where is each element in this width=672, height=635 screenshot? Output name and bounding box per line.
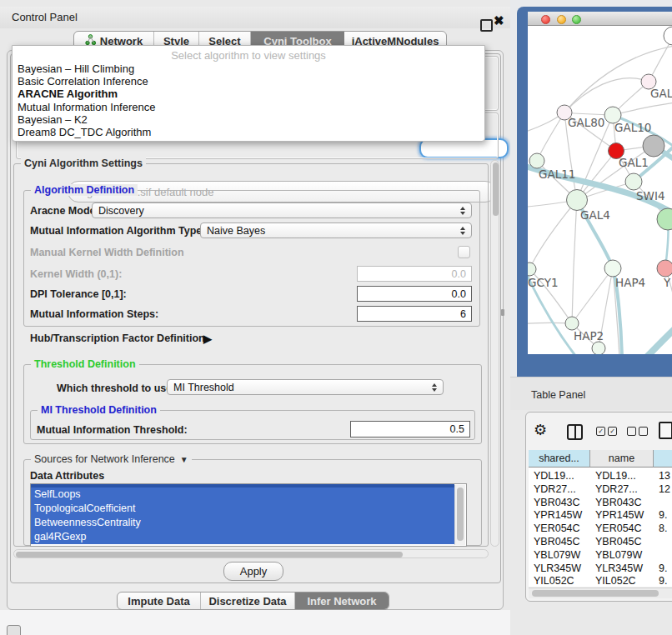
table-cell[interactable]: YBR045C <box>595 536 642 548</box>
table-cell[interactable]: YER054C <box>595 522 642 534</box>
list-item[interactable]: BetweennessCentrality <box>31 516 454 530</box>
table-hscroll-thumb[interactable] <box>532 590 659 597</box>
network-edge[interactable] <box>572 268 613 323</box>
table-cell[interactable]: YPR145W <box>534 509 582 521</box>
tab-impute-data[interactable]: Impute Data <box>118 592 201 609</box>
new-file-icon[interactable] <box>659 422 672 439</box>
network-node-hap2[interactable] <box>565 317 579 330</box>
table-cell[interactable]: YBR043C <box>534 497 580 508</box>
mac-minimize-button[interactable] <box>557 15 566 24</box>
settings-vscroll-thumb[interactable] <box>493 162 499 216</box>
table-cell[interactable]: YIL052C <box>595 575 636 587</box>
network-edge[interactable] <box>529 200 577 269</box>
close-icon[interactable]: ✖ <box>494 13 504 28</box>
table-cell[interactable]: YLR345W <box>534 562 581 574</box>
table-cell[interactable]: 13 <box>659 470 670 482</box>
network-node[interactable] <box>657 208 672 230</box>
dropdown-item[interactable]: Bayesian – K2 <box>18 113 479 126</box>
kernel-width-field[interactable]: 0.0 <box>357 266 472 282</box>
dpi-tolerance-field[interactable]: 0.0 <box>357 286 472 302</box>
mac-zoom-button[interactable] <box>572 15 581 24</box>
collapse-down-icon[interactable]: ▼ <box>180 455 188 464</box>
dock-panel-icon[interactable] <box>7 625 21 635</box>
manual-kernel-checkbox[interactable] <box>458 246 470 258</box>
network-node-gal4[interactable] <box>567 190 588 211</box>
settings-vertical-scrollbar[interactable] <box>490 160 499 547</box>
aracne-mode-combo[interactable]: Discovery <box>92 202 472 218</box>
tab-discretize-data[interactable]: Discretize Data <box>201 592 295 609</box>
table-cell[interactable]: 9. <box>659 562 667 574</box>
table-cell[interactable]: 9. <box>659 509 667 521</box>
dpi-tolerance-value: 0.0 <box>452 288 466 300</box>
table-cell[interactable]: YIL052C <box>534 575 574 587</box>
dropdown-item[interactable]: Bayesian – Hill Climbing <box>18 62 479 75</box>
table-cell[interactable]: 8. <box>659 522 667 534</box>
network-node-gcy1[interactable] <box>528 262 536 276</box>
gear-icon[interactable]: ⚙ <box>534 421 547 439</box>
network-node[interactable] <box>664 27 672 45</box>
apply-button[interactable]: Apply <box>223 562 283 581</box>
dropdown-item[interactable]: Dream8 DC_TDC Algorithm <box>18 126 479 138</box>
table-cell[interactable]: YDR27... <box>595 483 638 495</box>
split-columns-icon[interactable] <box>567 424 583 440</box>
deselect-all-checkboxes-icon[interactable] <box>627 427 648 436</box>
mi-threshold-group-title: MI Threshold Definition <box>38 404 160 416</box>
table-cell[interactable]: YDR27... <box>534 483 576 495</box>
network-node-y[interactable] <box>657 260 672 277</box>
settings-horizontal-scrollbar[interactable] <box>13 549 489 558</box>
table-cell[interactable]: YDL19... <box>534 470 574 482</box>
table-cell[interactable]: 12 <box>659 483 670 495</box>
table-cell[interactable]: YDL19... <box>595 470 636 482</box>
threshold-definition-title: Threshold Definition <box>31 358 139 370</box>
table-horizontal-scrollbar[interactable] <box>529 588 672 598</box>
float-window-icon[interactable] <box>480 19 493 32</box>
table-cell[interactable]: YBR045C <box>534 536 580 548</box>
network-edge[interactable] <box>613 102 672 115</box>
network-node-hap4[interactable] <box>604 260 621 277</box>
select-all-checkboxes-icon[interactable]: ✓✓ <box>596 427 617 436</box>
table-cell[interactable]: YER054C <box>534 522 580 534</box>
network-edge[interactable] <box>572 200 577 323</box>
column-header-shared...[interactable]: shared... <box>529 450 590 468</box>
network-node[interactable] <box>643 135 664 157</box>
mi-threshold-field[interactable]: 0.5 <box>350 421 470 438</box>
column-header-extra[interactable] <box>654 450 672 468</box>
network-graph[interactable]: GALGAL80GAL10GAL1GAL11SWI4GAL4GCY1HAP4YH… <box>528 26 672 354</box>
table-cell[interactable]: YPR145W <box>595 509 644 521</box>
list-item[interactable]: SelfLoops <box>31 488 454 502</box>
settings-hscroll-thumb[interactable] <box>16 552 403 558</box>
table-cell[interactable]: YLR345W <box>595 562 643 574</box>
dropdown-item[interactable]: Basic Correlation Inference <box>18 75 479 88</box>
node-table[interactable]: shared...nameYDL19...YDL19...13YDR27...Y… <box>529 450 672 587</box>
column-header-name[interactable]: name <box>590 450 654 468</box>
algorithm-dropdown[interactable]: Select algorithm to view settings Bayesi… <box>12 45 485 142</box>
network-edge[interactable] <box>537 112 564 161</box>
table-cell[interactable]: YBL079W <box>534 549 580 561</box>
network-edge[interactable] <box>643 326 672 354</box>
tab-infer-network[interactable]: Infer Network <box>295 592 389 609</box>
mi-algorithm-type-combo[interactable]: Naive Bayes <box>200 222 472 238</box>
which-threshold-combo[interactable]: MI Threshold <box>167 379 444 395</box>
tab-label: Discretize Data <box>208 595 286 608</box>
network-node[interactable] <box>592 342 605 354</box>
list-item[interactable]: TopologicalCoefficient <box>31 502 454 516</box>
network-node-swi4[interactable] <box>625 173 642 190</box>
expand-right-icon[interactable]: ▶ <box>203 332 212 345</box>
list-vscroll-thumb[interactable] <box>457 488 464 541</box>
network-window-titlebar[interactable] <box>528 12 672 26</box>
dropdown-item[interactable]: Mutual Information Inference <box>18 101 479 113</box>
dropdown-item[interactable]: ARACNE Algorithm <box>18 88 479 100</box>
table-cell[interactable]: 9. <box>659 575 667 587</box>
table-cell[interactable]: YBR043C <box>595 497 642 508</box>
network-canvas[interactable]: GALGAL80GAL10GAL1GAL11SWI4GAL4GCY1HAP4YH… <box>528 26 672 354</box>
mac-close-button[interactable] <box>541 15 550 24</box>
mi-steps-field[interactable]: 6 <box>357 306 472 322</box>
network-node-gal11[interactable] <box>529 153 544 168</box>
list-item[interactable]: gal4RGexp <box>31 530 454 544</box>
node-label: GCY1 <box>528 276 559 289</box>
data-attributes-list[interactable]: SelfLoopsTopologicalCoefficientBetweenne… <box>30 483 467 547</box>
table-cell[interactable]: YBL079W <box>595 549 642 561</box>
list-vertical-scrollbar[interactable] <box>454 485 465 545</box>
network-edge[interactable] <box>564 78 649 112</box>
pane-divider-handle[interactable] <box>501 309 504 316</box>
